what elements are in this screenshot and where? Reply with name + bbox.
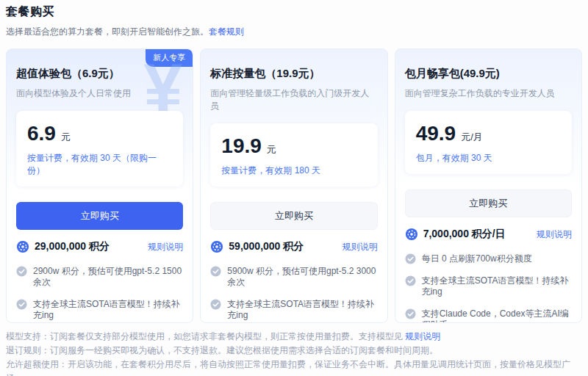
footer-line-overage-usage: 允许超额使用：开启该功能，在套餐积分用尽后，将自动按照正常使用量扣费，保证业务不… (6, 358, 582, 376)
price-box: 49.9 元/月 包月，有效期 30 天 (405, 111, 572, 174)
feature-text: 5900w 积分，预估可使用gpt-5.2 3000余次 (227, 266, 377, 288)
feature-item: 5900w 积分，预估可使用gpt-5.2 3000余次 (210, 266, 377, 288)
check-icon (16, 266, 27, 277)
feature-list: 5900w 积分，预估可使用gpt-5.2 3000余次 支持全球主流SOTA语… (210, 266, 377, 323)
page-subtitle-text: 选择最适合您的算力套餐，即刻开启智能创作之旅。 (6, 26, 209, 37)
price-row: 49.9 元/月 (416, 122, 561, 145)
rules-link[interactable]: 规则说明 (537, 228, 572, 241)
points-coin-icon (210, 240, 223, 253)
card-title: 标准按量包（19.9元） (210, 67, 377, 81)
price-unit: 元 (267, 143, 276, 156)
check-icon (405, 275, 416, 286)
price-row: 6.9 元 (27, 122, 172, 145)
feature-list: 每日 0 点刷新700w积分额度 支持全球主流SOTA语言模型！持续补充ing … (405, 253, 572, 323)
price-row: 19.9 元 (221, 134, 366, 158)
buy-now-button[interactable]: 立即购买 (16, 202, 183, 230)
feature-text: 每日 0 点刷新700w积分额度 (422, 253, 532, 264)
footer-text: 订阅套餐仅支持部分模型使用，如您请求非套餐内模型，则正常按使用量扣费。支持模型见 (50, 331, 405, 341)
footer-label: 允许超额使用： (6, 359, 68, 369)
price-unit: 元 (61, 131, 71, 144)
page-subtitle: 选择最适合您的算力套餐，即刻开启智能创作之旅。套餐规则 (6, 26, 582, 38)
feature-item: 2900w 积分，预估可使用gpt-5.2 1500余次 (16, 266, 183, 288)
points-row: 7,000,000 积分/日 规则说明 (405, 228, 572, 241)
points-row: 29,000,000 积分 规则说明 (16, 240, 183, 253)
footer-text: 订阅服务一经购买即视为确认，不支持退款。建议您根据使用需求选择合适的订阅套餐和时… (50, 345, 438, 355)
new-user-badge: 新人专享 (146, 49, 193, 67)
points-amount: 29,000,000 积分 (35, 240, 110, 253)
feature-text: 支持Claude Code，Codex等主流AI编程助手 (422, 308, 572, 323)
feature-text: 支持全球主流SOTA语言模型！持续补充ing (422, 275, 572, 297)
footer-label: 退订规则： (6, 345, 50, 355)
price-value: 49.9 (416, 122, 456, 145)
price-box: 6.9 元 按量计费，有效期 30 天（限购一份） (16, 111, 183, 187)
points-coin-icon (16, 240, 29, 253)
footer-label: 模型支持： (6, 331, 50, 341)
feature-item: 支持全球主流SOTA语言模型！持续补充ing (16, 299, 183, 321)
feature-item: 每日 0 点刷新700w积分额度 (405, 253, 572, 264)
check-icon (16, 299, 27, 310)
feature-text: 支持全球主流SOTA语言模型！持续补充ing (33, 299, 183, 321)
points-amount: 7,000,000 积分/日 (423, 228, 506, 241)
footer-text: 开启该功能，在套餐积分用尽后，将自动按照正常使用量扣费，保证业务不会中断。具体用… (6, 359, 570, 376)
check-icon (405, 253, 416, 264)
card-subtitle: 面向模型体验及个人日常使用 (16, 87, 183, 100)
points-coin-icon (405, 228, 418, 241)
card-subtitle: 面向管理轻量级工作负载的入门级开发人员 (210, 87, 377, 112)
feature-item: 支持全球主流SOTA语言模型！持续补充ing (210, 299, 377, 321)
card-trial-package: 新人专享 ¥ 超值体验包（6.9元） 面向模型体验及个人日常使用 6.9 元 按… (6, 48, 193, 323)
card-monthly-package: 包月畅享包(49.9元) 面向管理复杂工作负载的专业开发人员 49.9 元/月 … (395, 48, 582, 323)
price-description: 按量计费，有效期 30 天（限购一份） (27, 152, 172, 177)
points-amount: 59,000,000 积分 (229, 240, 304, 253)
card-title: 包月畅享包(49.9元) (405, 67, 572, 81)
price-unit: 元/月 (461, 131, 483, 144)
price-value: 19.9 (221, 134, 262, 158)
check-icon (210, 299, 221, 310)
footer-line-refund-policy: 退订规则：订阅服务一经购买即视为确认，不支持退款。建议您根据使用需求选择合适的订… (6, 344, 582, 358)
check-icon (405, 308, 416, 319)
price-box: 19.9 元 按量计费，有效期 180 天 (210, 123, 377, 187)
footer-line-model-support: 模型支持：订阅套餐仅支持部分模型使用，如您请求非套餐内模型，则正常按使用量扣费。… (6, 330, 582, 344)
price-value: 6.9 (27, 122, 56, 145)
footer-rules-link[interactable]: 规则说明 (405, 331, 440, 341)
feature-item: 支持全球主流SOTA语言模型！持续补充ing (405, 275, 572, 297)
page-title: 套餐购买 (6, 4, 582, 20)
feature-text: 支持全球主流SOTA语言模型！持续补充ing (227, 299, 377, 321)
card-standard-package: 标准按量包（19.9元） 面向管理轻量级工作负载的入门级开发人员 19.9 元 … (200, 48, 387, 323)
pricing-cards: 新人专享 ¥ 超值体验包（6.9元） 面向模型体验及个人日常使用 6.9 元 按… (6, 48, 582, 323)
points-row: 59,000,000 积分 规则说明 (210, 240, 377, 253)
package-rules-link[interactable]: 套餐规则 (209, 26, 244, 37)
card-title: 超值体验包（6.9元） (16, 67, 183, 81)
check-icon (210, 266, 221, 277)
buy-now-button[interactable]: 立即购买 (210, 202, 377, 230)
price-description: 按量计费，有效期 180 天 (221, 164, 366, 177)
price-description: 包月，有效期 30 天 (416, 152, 561, 164)
buy-now-button[interactable]: 立即购买 (405, 189, 572, 217)
rules-link[interactable]: 规则说明 (148, 241, 183, 253)
rules-link[interactable]: 规则说明 (343, 241, 378, 253)
feature-item: 支持Claude Code，Codex等主流AI编程助手 (405, 308, 572, 323)
feature-text: 2900w 积分，预估可使用gpt-5.2 1500余次 (33, 266, 183, 288)
feature-list: 2900w 积分，预估可使用gpt-5.2 1500余次 支持全球主流SOTA语… (16, 266, 183, 323)
footer-notes: 模型支持：订阅套餐仅支持部分模型使用，如您请求非套餐内模型，则正常按使用量扣费。… (6, 330, 582, 376)
card-subtitle: 面向管理复杂工作负载的专业开发人员 (405, 87, 572, 100)
